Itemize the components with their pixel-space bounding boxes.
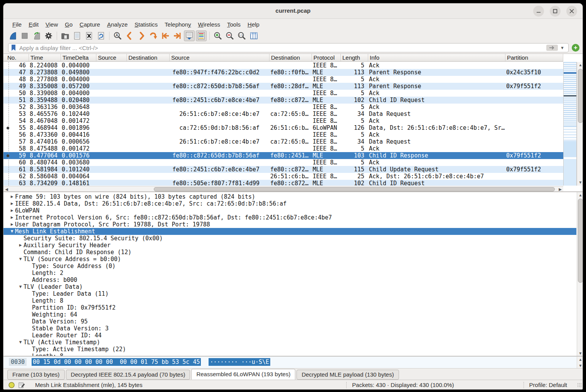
menu-statistics[interactable]: Statistics (131, 20, 161, 28)
hex-bytes[interactable]: 00 15 0d 00 00 00 00 00 00 00 01 75 bb 5… (32, 358, 201, 366)
packet-row-58[interactable]: 588.4754880.001472IEEE 8…5Ack (3, 145, 563, 152)
detail-row-2[interactable]: ▶6LoWPAN (3, 207, 576, 214)
detail-row-0[interactable]: ▶Frame 59: 103 bytes on wire (824 bits),… (3, 193, 576, 200)
scroll-up-arrow[interactable]: ▲ (577, 192, 583, 198)
expand-arrow-icon[interactable]: ▶ (17, 242, 24, 249)
restart-capture-button[interactable] (31, 30, 42, 41)
detail-row-20[interactable]: Leader Router ID: 44 (3, 332, 576, 339)
packet-row-48[interactable]: 488.2778080.004000IEEE 8…5Ack (3, 76, 563, 83)
column-header-src2[interactable]: Source (170, 54, 269, 61)
last-packet-button[interactable] (172, 30, 183, 41)
packet-row-59[interactable]: 598.4770640.001576fe80::c872:650d:b7b8:5… (3, 152, 563, 159)
detail-row-15[interactable]: Length: 8 (3, 297, 576, 304)
details-vscrollbar[interactable]: ▲ ▼ (577, 192, 583, 356)
packet-row-50[interactable]: 508.3390080.004000IEEE 8…5Ack (3, 90, 563, 97)
intelligent-scrollbar-minimap[interactable] (563, 62, 577, 186)
maximize-button[interactable] (550, 6, 561, 17)
packet-row-46[interactable]: 468.2240080.004000IEEE 8…5Ack (3, 62, 563, 69)
bytes-vscrollbar[interactable]: ▲ ▼ (577, 357, 583, 368)
detail-row-22[interactable]: Type: Active Timestamp (22) (3, 346, 576, 353)
stop-capture-button[interactable] (19, 30, 30, 41)
byte-view-tab-1[interactable]: Decrypted IEEE 802.15.4 payload (70 byte… (66, 370, 190, 380)
detail-row-17[interactable]: Weighting: 64 (3, 311, 576, 318)
column-header-src1[interactable]: Source (96, 54, 127, 61)
detail-row-4[interactable]: ▶User Datagram Protocol, Src Port: 19788… (3, 221, 576, 228)
column-header-dst1[interactable]: Destination (127, 54, 170, 61)
packet-row-55[interactable]: 558.4689440.001896ca:72:65:0d:b7:b8:56:a… (3, 124, 563, 131)
collapse-arrow-icon[interactable]: ▼ (17, 283, 24, 290)
auto-scroll-button[interactable] (184, 30, 195, 41)
scroll-thumb[interactable] (578, 199, 583, 283)
zoom-original-button[interactable]: 1:1 (236, 30, 247, 41)
minimize-button[interactable] (533, 6, 544, 17)
zoom-out-button[interactable] (224, 30, 235, 41)
packet-list-hscrollbar[interactable]: ◀ ▶ (3, 186, 563, 192)
detail-row-3[interactable]: ▶Internet Protocol Version 6, Src: fe80:… (3, 214, 576, 221)
resize-columns-button[interactable] (248, 30, 259, 41)
scroll-thumb[interactable] (578, 69, 583, 123)
byte-view-tab-0[interactable]: Frame (103 bytes) (7, 370, 65, 380)
expand-arrow-icon[interactable]: ▶ (9, 200, 15, 207)
packet-list-vscrollbar[interactable]: ▲ ▼ (577, 62, 583, 186)
packet-row-54[interactable]: 548.4670480.001472IEEE 8…5Ack (3, 117, 563, 124)
close-file-button[interactable] (84, 30, 94, 41)
detail-row-14[interactable]: Type: Leader Data (11) (3, 290, 576, 297)
packet-row-49[interactable]: 498.3350080.057200fe80::c872:650d:b7b8:5… (3, 83, 563, 90)
menu-capture[interactable]: Capture (76, 20, 103, 28)
close-button[interactable] (566, 6, 577, 17)
resize-grip[interactable] (577, 383, 582, 387)
column-header-dst2[interactable]: Destination (269, 54, 312, 61)
packet-row-63[interactable]: 638.7342090.148161fe80::505e:f807:7f81:4… (3, 180, 563, 186)
menu-edit[interactable]: Edit (25, 20, 42, 28)
start-capture-button[interactable] (7, 30, 18, 41)
capture-options-button[interactable] (43, 30, 54, 41)
collapse-arrow-icon[interactable]: ▼ (17, 256, 24, 263)
detail-row-21[interactable]: ▼TLV (Active Timestamp) (3, 339, 576, 346)
hex-row[interactable]: 0030 00 15 0d 00 00 00 00 00 00 00 01 75… (9, 358, 270, 366)
menu-view[interactable]: View (42, 20, 61, 28)
scroll-up-arrow[interactable]: ▲ (577, 62, 583, 68)
filter-dropdown-caret[interactable]: ▼ (560, 45, 564, 50)
column-header-no[interactable]: No. (3, 54, 29, 61)
menu-help[interactable]: Help (244, 20, 263, 28)
save-file-button[interactable] (72, 30, 83, 41)
detail-row-9[interactable]: ▼TLV (Source Address = b0:00) (3, 256, 576, 263)
scroll-down-arrow[interactable]: ▼ (577, 350, 583, 356)
menu-analyze[interactable]: Analyze (104, 20, 131, 28)
column-header-time[interactable]: Time (29, 54, 61, 61)
packet-row-56[interactable]: 568.4733600.004416IEEE 8…5Ack (3, 131, 563, 138)
display-filter-input[interactable]: Apply a display filter ... <Ctrl-/> ▼ (8, 43, 569, 52)
detail-row-11[interactable]: Length: 2 (3, 270, 576, 276)
byte-view-tab-2[interactable]: Reassembled 6LoWPAN (193 bytes) (191, 369, 295, 380)
scroll-thumb[interactable] (154, 187, 555, 191)
packet-row-60[interactable]: 608.4807440.003680IEEE 8…5Ack (3, 159, 563, 166)
column-header-info[interactable]: Info (368, 54, 505, 61)
collapse-arrow-icon[interactable]: ▼ (17, 339, 24, 346)
filter-bookmark-icon[interactable] (10, 44, 17, 52)
expand-arrow-icon[interactable]: ▶ (9, 207, 15, 214)
expand-arrow-icon[interactable]: ▶ (9, 193, 15, 200)
packet-row-57[interactable]: 578.4740160.00065626:51:c6:b7:e8:ce:4b:e… (3, 138, 563, 145)
expert-info-icon[interactable] (8, 382, 15, 389)
packet-row-51[interactable]: 518.3594880.020480fe80::2451:c6b7:e8ce:4… (3, 97, 563, 104)
menu-go[interactable]: Go (61, 20, 76, 28)
column-header-proto[interactable]: Protocol (312, 54, 341, 61)
detail-row-19[interactable]: Stable Data Version: 3 (3, 325, 576, 332)
detail-row-8[interactable]: Command: Child ID Response (12) (3, 249, 576, 256)
menu-wireless[interactable]: Wireless (195, 20, 224, 28)
open-file-button[interactable] (60, 30, 71, 41)
detail-row-5[interactable]: ▼Mesh Link Establishment (3, 228, 576, 235)
go-forward-button[interactable] (136, 30, 147, 41)
add-filter-button[interactable]: + (572, 44, 579, 52)
expand-arrow-icon[interactable]: ▶ (9, 221, 15, 228)
collapse-arrow-icon[interactable]: ▼ (9, 228, 15, 235)
byte-view-tab-3[interactable]: Decrypted MLE payload (130 bytes) (296, 370, 399, 380)
packet-row-52[interactable]: 528.3631360.003648IEEE 8…5Ack (3, 104, 563, 111)
column-header-part[interactable]: Partition (505, 54, 563, 61)
detail-row-6[interactable]: Security Suite: 802.15.4 Security (0x00) (3, 235, 576, 242)
packet-row-47[interactable]: 478.2738080.049800fe80::947f:f476:22bc:c… (3, 69, 563, 76)
column-header-delta[interactable]: TimeDelta (61, 54, 96, 61)
scroll-up-arrow[interactable]: ▲ (577, 357, 583, 363)
menu-file[interactable]: File (9, 20, 25, 28)
apply-filter-button[interactable] (546, 45, 558, 51)
